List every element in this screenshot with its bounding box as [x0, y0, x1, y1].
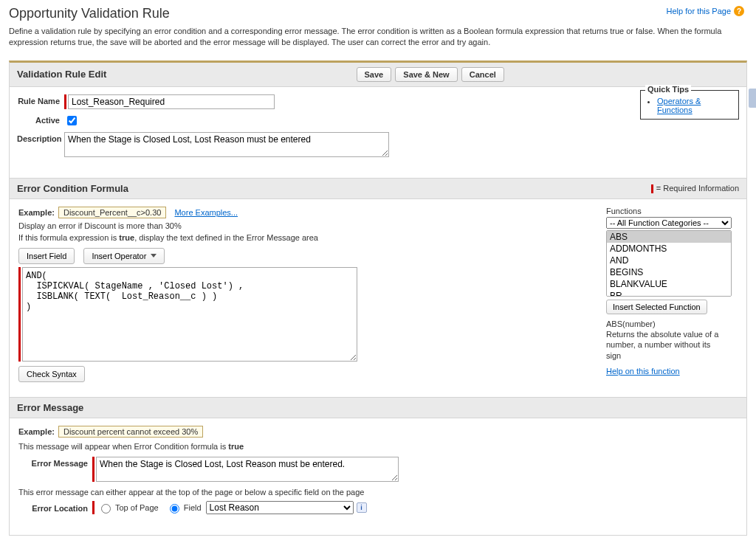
- formula-header: Error Condition Formula = Required Infor…: [10, 178, 746, 199]
- example-box: Discount_Percent__c>0.30: [58, 207, 166, 218]
- insert-field-button[interactable]: Insert Field: [18, 248, 75, 264]
- description-label: Description: [17, 132, 64, 143]
- active-checkbox[interactable]: [67, 116, 77, 125]
- functions-panel: Functions -- All Function Categories -- …: [606, 207, 739, 382]
- required-bar-icon: [18, 267, 21, 362]
- example-label: Example:: [18, 208, 55, 217]
- location-hint: This error message can either appear at …: [18, 488, 739, 497]
- edit-header: Validation Rule Edit Save Save & New Can…: [10, 63, 746, 87]
- function-help-link[interactable]: Help on this function: [606, 367, 739, 376]
- validation-rule-edit-block: Validation Rule Edit Save Save & New Can…: [9, 61, 747, 536]
- functions-label: Functions: [606, 207, 739, 215]
- save-button[interactable]: Save: [357, 67, 392, 82]
- function-list[interactable]: ABS ADDMONTHS AND BEGINS BLANKVALUE BR: [606, 230, 732, 297]
- quick-tips-box: Operators & Functions: [640, 90, 739, 120]
- top-of-page-radio[interactable]: [101, 504, 111, 514]
- field-radio[interactable]: [170, 504, 179, 514]
- top-of-page-radio-label[interactable]: Top of Page: [97, 502, 159, 514]
- required-bar-icon: [92, 457, 94, 482]
- required-bar-icon: [64, 94, 66, 109]
- page-title: Opportunity Validation Rule: [9, 6, 747, 21]
- error-msg-title: Error Message: [17, 402, 83, 413]
- function-signature: ABS(number): [606, 319, 724, 329]
- rule-name-input[interactable]: [68, 94, 275, 109]
- required-info: = Required Information: [651, 184, 739, 193]
- active-label: Active: [17, 114, 64, 125]
- description-textarea[interactable]: When the Stage is Closed Lost, Lost Reas…: [64, 132, 389, 157]
- list-item[interactable]: AND: [607, 255, 731, 266]
- edit-header-title: Validation Rule Edit: [17, 69, 106, 80]
- error-msg-header: Error Message: [10, 397, 746, 418]
- operators-functions-link[interactable]: Operators & Functions: [657, 97, 701, 114]
- list-item[interactable]: ABS: [607, 231, 731, 243]
- edit-body: Rule Name Active Description When the St…: [10, 87, 746, 178]
- rule-name-label: Rule Name: [17, 94, 64, 106]
- formula-body: Example: Discount_Percent__c>0.30 More E…: [10, 199, 746, 397]
- error-message-textarea[interactable]: When the Stage is Closed Lost, Lost Reas…: [96, 457, 399, 482]
- formula-hint1: Display an error if Discount is more tha…: [18, 221, 597, 230]
- check-syntax-button[interactable]: Check Syntax: [18, 366, 85, 382]
- field-radio-label[interactable]: Field: [166, 502, 202, 514]
- insert-operator-button[interactable]: Insert Operator: [83, 248, 165, 264]
- function-description: ABS(number) Returns the absolute value o…: [606, 319, 724, 361]
- formula-header-title: Error Condition Formula: [17, 183, 128, 194]
- list-item[interactable]: BR: [607, 290, 731, 297]
- more-examples-link[interactable]: More Examples...: [174, 208, 238, 217]
- list-item[interactable]: BLANKVALUE: [607, 278, 731, 290]
- error-message-label: Error Message: [18, 457, 92, 468]
- error-hint: This message will appear when Error Cond…: [18, 442, 739, 451]
- required-bar-icon: [92, 501, 94, 514]
- page-description: Define a validation rule by specifying a…: [9, 26, 747, 49]
- list-item[interactable]: BEGINS: [607, 266, 731, 278]
- info-icon[interactable]: i: [357, 502, 367, 513]
- chevron-down-icon: [151, 254, 157, 257]
- function-description-text: Returns the absolute value of a number, …: [606, 329, 724, 361]
- error-location-label: Error Location: [18, 502, 92, 513]
- formula-textarea[interactable]: AND( ISPICKVAL( StageName , 'Closed Lost…: [22, 267, 357, 362]
- insert-selected-function-button[interactable]: Insert Selected Function: [606, 300, 707, 314]
- collapse-handle-icon[interactable]: [749, 89, 756, 108]
- save-and-new-button[interactable]: Save & New: [395, 67, 457, 82]
- formula-hint2: If this formula expression is true, disp…: [18, 233, 597, 242]
- error-example-label: Example:: [18, 427, 55, 436]
- error-location-field-select[interactable]: Lost Reason: [206, 501, 354, 514]
- list-item[interactable]: ADDMONTHS: [607, 243, 731, 255]
- cancel-button[interactable]: Cancel: [461, 67, 504, 82]
- error-example-box: Discount percent cannot exceed 30%: [58, 426, 203, 438]
- help-icon: ?: [734, 6, 744, 16]
- help-for-page-text: Help for this Page: [667, 7, 731, 15]
- error-msg-body: Example: Discount percent cannot exceed …: [10, 418, 746, 535]
- help-for-page-link[interactable]: Help for this Page ?: [667, 6, 744, 16]
- function-category-select[interactable]: -- All Function Categories --: [606, 217, 732, 229]
